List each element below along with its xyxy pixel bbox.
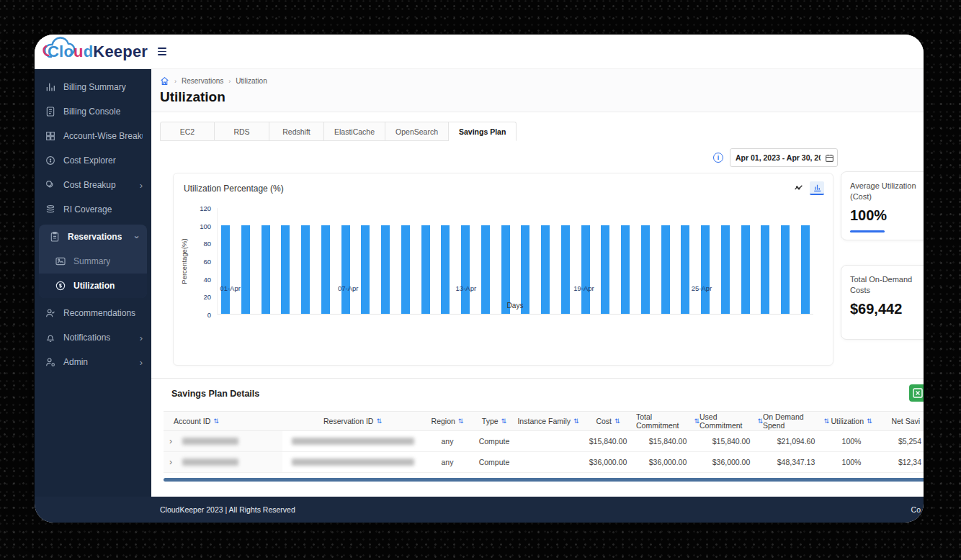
bar-30-Apr[interactable] — [801, 225, 810, 314]
column-header-cost[interactable]: Cost⇅ — [580, 411, 636, 431]
sidebar-item-admin[interactable]: Admin› — [35, 350, 151, 374]
tab-elasticache[interactable]: ElastiCache — [324, 122, 385, 141]
home-icon[interactable] — [160, 76, 169, 86]
bar-22-Apr[interactable] — [641, 225, 650, 314]
tab-opensearch[interactable]: OpenSearch — [385, 122, 449, 141]
column-header-on-demand-spend[interactable]: On Demand Spend⇅ — [763, 411, 829, 431]
cell: $5,254 — [874, 431, 924, 452]
bar-20-Apr[interactable] — [601, 225, 609, 314]
row-expand-icon[interactable]: › — [169, 457, 176, 467]
sidebar-item-notifications[interactable]: Notifications› — [35, 325, 151, 350]
bar-24-Apr[interactable] — [681, 225, 689, 314]
chevron-right-icon: › — [140, 181, 143, 190]
topbar: CloudKeeper — [35, 35, 924, 69]
column-header-total-commitment[interactable]: Total Commitment⇅ — [636, 411, 699, 431]
app-window: CloudKeeper Billing SummaryBilling Conso… — [35, 35, 924, 523]
cell: $15,840.00 — [580, 431, 636, 452]
tab-ec2[interactable]: EC2 — [160, 122, 215, 141]
date-range-picker[interactable] — [730, 148, 838, 167]
export-excel-icon[interactable] — [909, 384, 924, 402]
date-range-input[interactable] — [736, 153, 821, 162]
redacted-reservation-id — [292, 459, 414, 466]
bar-25-Apr[interactable] — [701, 225, 710, 314]
column-header-reservation-id[interactable]: Reservation ID⇅ — [282, 411, 423, 431]
info-icon[interactable]: i — [713, 153, 723, 163]
bar-27-Apr[interactable] — [741, 225, 750, 314]
bar-28-Apr[interactable] — [761, 225, 769, 314]
column-header-utilization[interactable]: Utilization⇅ — [829, 411, 874, 431]
sidebar-item-billing-summary[interactable]: Billing Summary — [35, 75, 151, 99]
tab-rds[interactable]: RDS — [215, 122, 269, 141]
bar-21-Apr[interactable] — [621, 225, 630, 314]
bar-03-Apr[interactable] — [262, 225, 270, 314]
horizontal-scrollbar[interactable] — [164, 478, 924, 482]
sidebar-item-ri-coverage[interactable]: RI Coverage — [35, 197, 151, 222]
sort-icon[interactable]: ⇅ — [573, 417, 579, 425]
x-tick-label: 25-Apr — [692, 284, 712, 292]
column-header-account-id[interactable]: Account ID⇅ — [164, 411, 282, 431]
line-chart-toggle-icon[interactable] — [791, 181, 805, 195]
row-expand-icon[interactable]: › — [169, 436, 176, 446]
sort-icon[interactable]: ⇅ — [867, 417, 872, 425]
sort-icon[interactable]: ⇅ — [376, 417, 382, 425]
sort-icon[interactable]: ⇅ — [458, 417, 464, 425]
sidebar-item-account-wise-breakup[interactable]: Account-Wise Breakup — [35, 124, 151, 148]
column-header-type[interactable]: Type⇅ — [472, 411, 517, 431]
sort-icon[interactable]: ⇅ — [501, 417, 507, 425]
x-tick-label: 01-Apr — [220, 284, 241, 292]
sidebar-item-cost-breakup[interactable]: Cost Breakup› — [35, 173, 151, 197]
footer-right-link[interactable]: Co — [911, 505, 921, 514]
sidebar-item-billing-console[interactable]: Billing Console — [35, 99, 151, 124]
sort-icon[interactable]: ⇅ — [923, 417, 924, 425]
bar-17-Apr[interactable] — [541, 225, 550, 314]
tab-savings-plan[interactable]: Savings Plan — [449, 122, 517, 141]
bar-14-Apr[interactable] — [481, 225, 490, 314]
calendar-icon — [825, 153, 834, 163]
bar-12-Apr[interactable] — [441, 225, 450, 314]
sidebar-item-summary[interactable]: Summary — [39, 249, 147, 274]
breadcrumb-item-reservations[interactable]: Reservations — [182, 77, 223, 85]
bar-15-Apr[interactable] — [501, 225, 510, 314]
total-on-demand-costs-card: Total On-Demand Costs $69,442 — [841, 265, 924, 340]
bar-19-Apr[interactable] — [581, 225, 590, 314]
bar-26-Apr[interactable] — [721, 225, 730, 314]
x-tick-label: 13-Apr — [456, 284, 477, 292]
sidebar-item-cost-explorer[interactable]: Cost Explorer — [35, 148, 151, 173]
bar-02-Apr[interactable] — [241, 225, 250, 314]
sort-icon[interactable]: ⇅ — [213, 417, 219, 425]
redacted-account-id — [182, 459, 238, 466]
sort-icon[interactable]: ⇅ — [694, 417, 699, 425]
sidebar-item-utilization[interactable]: Utilization — [39, 274, 147, 298]
bar-05-Apr[interactable] — [301, 225, 310, 314]
cost-explorer-icon — [45, 155, 56, 166]
bar-chart-toggle-icon[interactable] — [810, 181, 824, 195]
column-header-net-savi[interactable]: Net Savi⇅ — [874, 411, 924, 431]
breadcrumb-item-utilization[interactable]: Utilization — [236, 77, 267, 85]
bar-08-Apr[interactable] — [361, 225, 370, 314]
bar-01-Apr[interactable] — [221, 225, 230, 314]
bar-23-Apr[interactable] — [661, 225, 670, 314]
bar-13-Apr[interactable] — [461, 225, 470, 314]
menu-toggle-icon[interactable] — [158, 48, 166, 55]
cell: Compute — [472, 452, 517, 473]
column-header-region[interactable]: Region⇅ — [423, 411, 472, 431]
bar-06-Apr[interactable] — [321, 225, 330, 314]
bar-16-Apr[interactable] — [521, 225, 529, 314]
bar-09-Apr[interactable] — [381, 225, 390, 314]
bar-04-Apr[interactable] — [281, 225, 290, 314]
sidebar-item-reservations[interactable]: Reservations› — [39, 225, 147, 249]
column-header-instance-family[interactable]: Instance Family⇅ — [517, 411, 580, 431]
bar-10-Apr[interactable] — [401, 225, 410, 314]
sort-icon[interactable]: ⇅ — [614, 417, 620, 425]
ri-coverage-icon — [45, 204, 56, 215]
sort-icon[interactable]: ⇅ — [757, 417, 763, 425]
bar-18-Apr[interactable] — [561, 225, 570, 314]
bar-29-Apr[interactable] — [781, 225, 790, 314]
bar-11-Apr[interactable] — [421, 225, 430, 314]
sort-icon[interactable]: ⇅ — [823, 417, 829, 425]
x-axis-label: Days — [507, 302, 524, 310]
sidebar-item-recommendations[interactable]: Recommendations — [35, 301, 151, 325]
bar-07-Apr[interactable] — [341, 225, 350, 314]
column-header-used-commitment[interactable]: Used Commitment⇅ — [699, 411, 763, 431]
tab-redshift[interactable]: Redshift — [269, 122, 324, 141]
